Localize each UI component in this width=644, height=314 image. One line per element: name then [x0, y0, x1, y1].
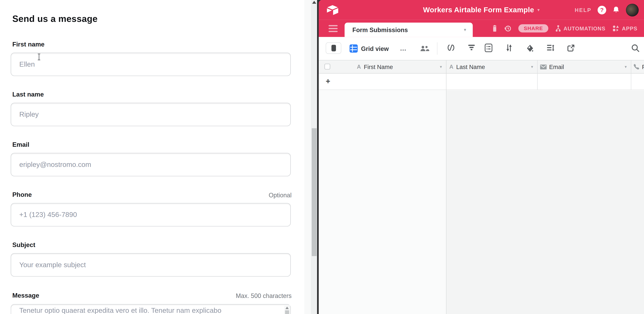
subject-label: Subject: [12, 241, 35, 248]
view-toolbar: Grid view …: [319, 37, 644, 60]
row-select-cell: [319, 61, 356, 73]
screen: Send us a message First name Last name E…: [0, 0, 644, 314]
more-icon[interactable]: …: [400, 45, 407, 52]
table-tab-label: Form Submissions: [352, 26, 408, 33]
column-gridline: [537, 60, 538, 90]
first-name-input[interactable]: [11, 53, 291, 76]
sort-icon[interactable]: [506, 44, 512, 53]
select-all-checkbox[interactable]: [324, 64, 330, 70]
message-label: Message: [12, 292, 39, 299]
textarea-scrollbar[interactable]: [284, 305, 290, 314]
column-header-phone[interactable]: P: [631, 61, 644, 73]
text-field-icon: A: [449, 64, 453, 70]
scroll-up-arrow-icon[interactable]: [286, 307, 289, 309]
caret-down-icon[interactable]: ▾: [537, 7, 540, 13]
filter-icon[interactable]: [468, 45, 475, 52]
view-switcher: Grid view …: [350, 37, 429, 60]
help-button[interactable]: HELP: [575, 7, 592, 13]
phone-optional-hint: Optional: [268, 191, 292, 198]
view-name[interactable]: Grid view: [361, 45, 389, 52]
history-icon[interactable]: [504, 25, 512, 32]
base-title[interactable]: Workers Airtable Form Example: [423, 6, 534, 14]
search-icon[interactable]: [631, 44, 640, 54]
email-label: Email: [12, 141, 29, 148]
color-icon[interactable]: [526, 45, 534, 54]
column-header-first-name[interactable]: A First Name ▾: [356, 61, 446, 73]
page-margin: [304, 0, 311, 314]
form-heading: Send us a message: [12, 14, 98, 24]
email-input[interactable]: [11, 153, 291, 176]
airtable-topbar: Workers Airtable Form Example ▾ HELP ?: [319, 0, 644, 20]
message-maxchars-hint: Max. 500 characters: [236, 292, 292, 299]
message-textarea[interactable]: [11, 304, 291, 314]
subject-input[interactable]: [11, 253, 291, 276]
column-header-email[interactable]: Email ▾: [537, 61, 631, 73]
airtable-window: Workers Airtable Form Example ▾ HELP ? F…: [319, 0, 644, 314]
column-gridline: [631, 60, 631, 90]
tabbar-actions: SHARE AUTOMATIONS APPS: [492, 20, 637, 37]
hide-fields-icon[interactable]: [447, 45, 455, 53]
phone-label: Phone: [12, 191, 32, 198]
plus-icon[interactable]: +: [326, 77, 330, 86]
sidebar-toggle-button[interactable]: [326, 42, 341, 54]
column-header-last-name[interactable]: A Last Name ▾: [446, 61, 537, 73]
toolbar-divider: [437, 42, 437, 55]
phone-input[interactable]: [11, 203, 291, 226]
caret-down-icon[interactable]: ▾: [464, 27, 466, 33]
textarea-scrollbar-thumb[interactable]: [285, 310, 289, 314]
menu-icon[interactable]: [329, 25, 338, 32]
grid-empty-area-left: [319, 90, 446, 314]
scrollbar-up-arrow-icon[interactable]: [312, 1, 316, 4]
phone-field-icon: [633, 64, 640, 70]
caret-down-icon[interactable]: ▾: [440, 65, 442, 69]
share-view-icon[interactable]: [567, 45, 574, 54]
email-field-icon: [540, 64, 547, 69]
automations-icon: [555, 25, 561, 32]
question-icon[interactable]: ?: [598, 6, 606, 14]
bell-icon[interactable]: [612, 6, 620, 14]
last-name-label: Last name: [12, 91, 44, 98]
apps-button[interactable]: APPS: [612, 25, 637, 32]
text-field-icon: A: [357, 64, 361, 70]
tab-form-submissions[interactable]: Form Submissions ▾: [344, 23, 473, 37]
automations-label: AUTOMATIONS: [564, 25, 606, 32]
caret-down-icon[interactable]: ▾: [531, 65, 533, 69]
share-button[interactable]: SHARE: [518, 24, 548, 33]
grid-empty-area-right: [446, 90, 644, 314]
row-height-icon[interactable]: [547, 45, 554, 53]
text-cursor-icon: [37, 54, 41, 62]
table-tabbar: Form Submissions ▾ SHARE AUTOMATIONS APP…: [319, 20, 644, 37]
grid-header-row: A First Name ▾ A Last Name ▾ Email ▾: [319, 60, 644, 74]
browser-scrollbar-thumb[interactable]: [312, 128, 317, 256]
collaborators-icon[interactable]: [420, 45, 429, 52]
apps-label: APPS: [622, 25, 637, 32]
first-name-label: First name: [12, 41, 44, 48]
topbar-actions: HELP ?: [575, 0, 639, 20]
apps-icon: [612, 25, 620, 32]
column-gridline: [446, 60, 446, 314]
grid-view-icon[interactable]: [350, 45, 358, 53]
caret-down-icon[interactable]: ▾: [625, 65, 627, 69]
last-name-input[interactable]: [11, 103, 291, 126]
automations-button[interactable]: AUTOMATIONS: [555, 25, 606, 32]
trash-icon[interactable]: [492, 25, 498, 32]
add-record-row[interactable]: +: [319, 74, 644, 90]
sidebar-toggle-icon: [332, 45, 336, 51]
avatar[interactable]: [626, 4, 639, 16]
contact-form-panel: Send us a message First name Last name E…: [0, 0, 304, 314]
group-icon[interactable]: [484, 44, 492, 54]
